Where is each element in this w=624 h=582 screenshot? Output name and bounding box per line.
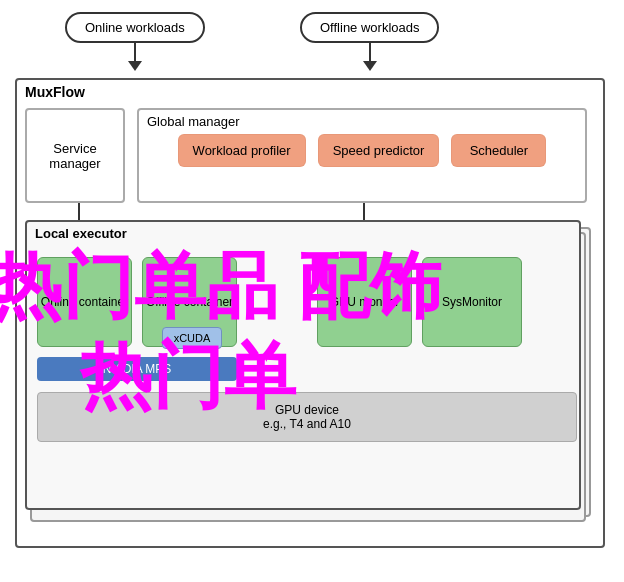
gpu-monitor-box: GPU monitor: [317, 257, 412, 347]
speed-predictor-box: Speed predictor: [318, 134, 440, 167]
online-workloads-pill: Online workloads: [65, 12, 205, 43]
global-manager-box: Global manager Workload profiler Speed p…: [137, 108, 587, 203]
muxflow-box: MuxFlow Service manager Global manager W…: [15, 78, 605, 548]
workload-profiler-box: Workload profiler: [178, 134, 306, 167]
scheduler-box: Scheduler: [451, 134, 546, 167]
local-executor-box: Local executor Online container Offline …: [25, 220, 581, 510]
diagram-container: Online workloads Offline workloads MuxFl…: [0, 0, 624, 582]
gpu-device-label: GPU device e.g., T4 and A10: [263, 403, 351, 431]
service-manager-label: Service manager: [27, 141, 123, 171]
arrowhead-offline: [363, 61, 377, 71]
sysmonitor-box: SysMonitor: [422, 257, 522, 347]
arrow-line-online: [134, 43, 136, 61]
gpu-device-box: GPU device e.g., T4 and A10: [37, 392, 577, 442]
muxflow-label: MuxFlow: [25, 84, 85, 100]
global-manager-label: Global manager: [147, 114, 240, 129]
arrowhead-online: [128, 61, 142, 71]
xcuda-box: xCUDA: [162, 327, 222, 349]
arrow-line-offline: [369, 43, 371, 61]
nvidia-mps-box: NVIDIA MPS: [37, 357, 237, 381]
local-executor-label: Local executor: [35, 226, 127, 241]
offline-workloads-pill: Offline workloads: [300, 12, 439, 43]
service-manager-box: Service manager: [25, 108, 125, 203]
online-container-box: Online container: [37, 257, 132, 347]
